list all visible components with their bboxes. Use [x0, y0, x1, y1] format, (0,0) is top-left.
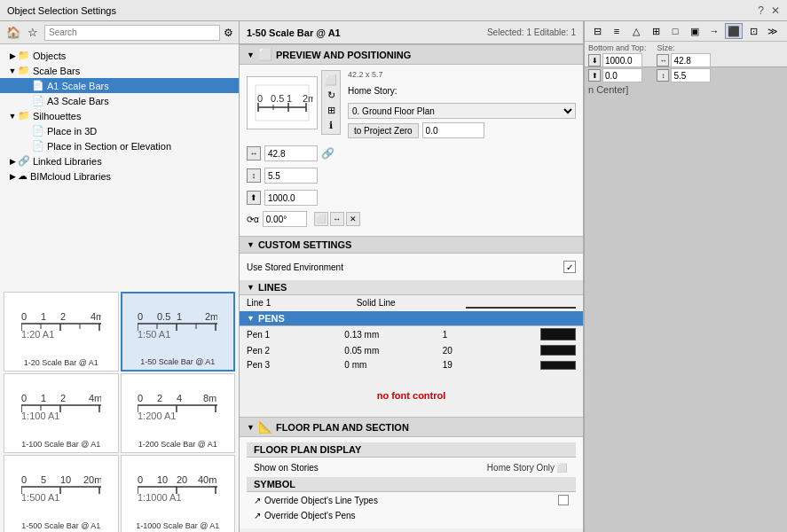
star-icon[interactable]: ☆ — [25, 25, 41, 41]
bottom-val-input[interactable] — [602, 53, 642, 67]
height-input[interactable] — [264, 168, 318, 184]
tree-toggle-bimcloud[interactable]: ▶ — [7, 172, 18, 181]
ctb-box2-icon[interactable]: ▣ — [686, 23, 704, 39]
section-header-custom[interactable]: ▼ CUSTOM SETTINGS — [240, 236, 583, 254]
floor-plan-display-label: FLOOR PLAN DISPLAY — [254, 444, 361, 455]
preview-label-1-200: 1-200 Scale Bar @ A1 — [138, 440, 217, 449]
to-project-zero-button[interactable]: to Project Zero — [348, 123, 419, 138]
ctb-layers-icon[interactable]: ≡ — [608, 23, 626, 39]
size-h-icon: ↕ — [657, 69, 669, 82]
bottom-top-val2-row: ⬆ — [588, 68, 646, 82]
canvas-tb-row-1: ⊟ ≡ △ ⊞ □ ▣ → ⬛ ⊡ ≫ — [585, 21, 787, 42]
ctb-bottom-top-icon[interactable]: ⊟ — [588, 23, 606, 39]
gear-icon[interactable]: ⚙ — [224, 27, 233, 39]
bottom-top-group: Bottom and Top: ⬇ ⬆ — [588, 43, 646, 82]
folder-icon-scale-bars: 📁 — [18, 65, 30, 76]
pen-1-number: 1 — [443, 330, 540, 340]
elevation-icon: ⬆ — [247, 191, 261, 205]
line-1-name: Line 1 — [247, 298, 357, 308]
pens-label: PENS — [258, 313, 285, 324]
pen-1-name: Pen 1 — [247, 330, 344, 340]
lines-toggle[interactable]: ▼ — [247, 283, 255, 292]
preview-1-500[interactable]: 0 5 10 20m 1:500 A1 1-500 Scale Bar @ A1 — [4, 455, 119, 532]
size-h-input[interactable] — [671, 68, 711, 82]
home-icon[interactable]: 🏠 — [5, 25, 21, 41]
anchor-text: n Center] — [588, 84, 628, 95]
ptb-stretch-icon[interactable]: ⬜ — [324, 73, 338, 87]
rotation-reset-btn[interactable]: ⬜ — [314, 212, 328, 226]
section-header-floor-plan[interactable]: ▼ 📐 FLOOR PLAN AND SECTION — [240, 417, 583, 437]
tree-toggle-scale-bars[interactable]: ▼ — [7, 66, 18, 75]
preview-1-50[interactable]: 0 0.5 1 2m 1:50 A1 1 — [121, 292, 236, 372]
no-font-control-text: no font control — [377, 390, 446, 401]
width-input[interactable] — [264, 145, 318, 161]
tree-item-a1-scale-bars[interactable]: 📄 A1 Scale Bars — [0, 78, 239, 93]
preview-1-200[interactable]: 0 2 4 8m 1:200 A1 1-200 Scale Bar @ A1 — [121, 373, 236, 453]
use-stored-env-row: Use Stored Environment ✓ — [247, 259, 576, 275]
section-header-lines[interactable]: ▼ LINES — [240, 280, 583, 295]
ptb-info-icon[interactable]: ℹ — [324, 118, 338, 132]
preview-1-1000[interactable]: 0 10 20 40m 1:1000 A1 1-1000 Scale Bar @… — [121, 455, 236, 532]
tree-item-linked-libs[interactable]: ▶ 🔗 Linked Libraries — [0, 153, 239, 168]
main-window: Object Selection Settings ? ✕ 🏠 ☆ ⚙ ▶ 📁 — [0, 0, 787, 532]
preview-1-100[interactable]: 0 1 2 4m 1:100 A1 1-100 Scale Bar @ — [4, 373, 119, 453]
tree-label-place-section: Place in Section or Elevation — [47, 141, 171, 152]
height-icon: ↕ — [247, 168, 261, 183]
preview-label-1-20: 1-20 Scale Bar @ A1 — [24, 358, 98, 367]
ctb-highlight-icon[interactable]: ⬛ — [725, 23, 743, 39]
tree-item-place-section[interactable]: 📄 Place in Section or Elevation — [0, 138, 239, 153]
size-w-input[interactable] — [671, 53, 711, 67]
tree-item-place-3d[interactable]: 📄 Place in 3D — [0, 123, 239, 138]
ctb-grid-icon[interactable]: ⊞ — [647, 23, 665, 39]
preview-1-20[interactable]: 0 1 2 4m 1:20 A1 1-2 — [4, 292, 119, 372]
pens-toggle[interactable]: ▼ — [247, 314, 255, 323]
close-button[interactable]: ✕ — [771, 4, 780, 17]
rotation-flip-btn[interactable]: ↔ — [330, 212, 344, 226]
window-title: Object Selection Settings — [7, 5, 116, 16]
search-input[interactable] — [44, 25, 220, 41]
tree-item-scale-bars[interactable]: ▼ 📁 Scale Bars — [0, 63, 239, 78]
section-header-preview[interactable]: ▼ ⬜ PREVIEW AND POSITIONING — [240, 44, 583, 65]
tree-item-objects[interactable]: ▶ 📁 Objects — [0, 48, 239, 63]
size-w-row: ↔ — [657, 53, 711, 67]
svg-text:1:500 A1: 1:500 A1 — [21, 492, 59, 503]
anchor-label: n Center] — [585, 84, 787, 95]
override-line-types-checkbox[interactable] — [558, 495, 569, 505]
help-button[interactable]: ? — [758, 4, 764, 17]
ptb-mirror-icon[interactable]: ⊞ — [324, 103, 338, 117]
tree-toggle-silhouettes[interactable]: ▼ — [7, 112, 18, 121]
tree-item-a3-scale-bars[interactable]: 📄 A3 Scale Bars — [0, 93, 239, 108]
section-header-pens[interactable]: ▼ PENS — [240, 311, 583, 326]
pen-3-swatch — [540, 361, 576, 370]
ctb-box1-icon[interactable]: □ — [666, 23, 684, 39]
canvas-size-inputs: Bottom and Top: ⬇ ⬆ Size: ↔ — [585, 42, 787, 84]
symbol-header: SYMBOL — [247, 477, 576, 492]
scale-bar-svg-1-500: 0 5 10 20m 1:500 A1 — [21, 476, 101, 503]
ctb-more2-icon[interactable]: ≫ — [764, 23, 782, 39]
to-project-zero-input[interactable] — [422, 122, 484, 138]
ctb-arrow-icon[interactable]: → — [705, 23, 723, 39]
scale-bar-svg-1-50: 0 0.5 1 2m 1:50 A1 — [138, 313, 217, 340]
show-on-stories-icon[interactable]: ⬜ — [555, 460, 569, 474]
svg-text:4: 4 — [177, 395, 182, 403]
ptb-rotate-icon[interactable]: ↻ — [324, 88, 338, 102]
tree-item-bimcloud[interactable]: ▶ ☁ BIMcloud Libraries — [0, 168, 239, 184]
ctb-triangle-icon[interactable]: △ — [627, 23, 645, 39]
ctb-more1-icon[interactable]: ⊡ — [744, 23, 762, 39]
tree-item-silhouettes[interactable]: ▼ 📁 Silhouettes — [0, 108, 239, 123]
top-val-input[interactable] — [602, 68, 642, 82]
svg-text:4m: 4m — [89, 395, 101, 403]
home-story-select[interactable]: 0. Ground Floor Plan — [348, 103, 576, 119]
rotation-close-btn[interactable]: ✕ — [346, 212, 360, 226]
section-arrow-custom: ▼ — [247, 240, 255, 249]
svg-text:1: 1 — [287, 93, 292, 104]
tree-toggle-objects[interactable]: ▶ — [7, 51, 18, 60]
rotation-input[interactable] — [263, 211, 307, 227]
use-stored-env-checkbox[interactable]: ✓ — [563, 261, 576, 273]
svg-text:2: 2 — [60, 313, 66, 322]
chain-icon[interactable]: 🔗 — [321, 147, 334, 160]
tree-toggle-linked[interactable]: ▶ — [7, 157, 18, 166]
svg-text:10: 10 — [157, 476, 168, 485]
elevation-input[interactable] — [264, 190, 318, 206]
left-panel: 🏠 ☆ ⚙ ▶ 📁 Objects ▼ 📁 S — [0, 21, 240, 532]
